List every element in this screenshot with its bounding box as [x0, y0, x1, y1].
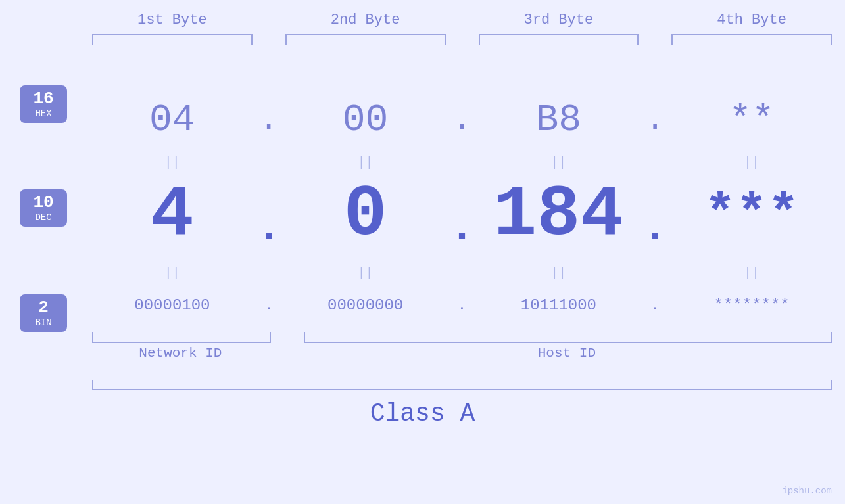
hex-val-4: **: [671, 99, 832, 141]
full-bracket-line: [92, 380, 832, 390]
dec-val-1: 4: [92, 179, 253, 251]
bin-dot-3: .: [639, 296, 671, 314]
dec-dot-2: .: [446, 177, 479, 252]
eq2-1: ||: [92, 265, 253, 281]
byte2-label: 2nd Byte: [285, 12, 446, 28]
id-labels: Network ID Host ID: [92, 346, 832, 361]
dec-values-row: 4 . 0 . 184 . ***: [92, 172, 832, 258]
dec-dot-3: .: [639, 177, 671, 252]
dec-val-2: 0: [285, 179, 446, 251]
bin-dot-2: .: [446, 296, 479, 314]
bracket-bottom-host: [304, 332, 832, 343]
class-label: Class A: [0, 400, 845, 428]
bin-val-2: 00000000: [285, 296, 446, 314]
bin-values-row: 00000100 . 00000000 . 10111000 . *******…: [92, 284, 832, 327]
badge-bin: 2 BIN: [20, 294, 67, 332]
bracket-top-4: [671, 34, 832, 45]
eq-4: ||: [671, 155, 832, 170]
watermark: ipshu.com: [782, 486, 832, 496]
host-id-label: Host ID: [302, 346, 832, 361]
badge-hex: 16 HEX: [20, 85, 67, 123]
bin-val-4: ********: [671, 296, 832, 314]
badge-bin-label: BIN: [25, 317, 62, 328]
full-bracket: [92, 380, 832, 392]
eq-row-2: || || || ||: [92, 263, 832, 283]
byte-labels-row: 1st Byte 2nd Byte 3rd Byte 4th Byte: [92, 12, 832, 28]
byte1-label: 1st Byte: [92, 12, 253, 28]
hex-dot-3: .: [639, 103, 671, 138]
badge-hex-number: 16: [25, 89, 62, 108]
byte3-label: 3rd Byte: [479, 12, 639, 28]
hex-dot-2: .: [446, 103, 479, 138]
bin-dot-1: .: [253, 296, 285, 314]
hex-dot-1: .: [253, 103, 285, 138]
hex-val-2: 00: [285, 99, 446, 141]
bracket-bottom-host-container: [304, 332, 832, 344]
dec-val-3: 184: [479, 179, 639, 251]
eq-row-1: || || || ||: [92, 152, 832, 172]
byte4-label: 4th Byte: [671, 12, 832, 28]
eq2-4: ||: [671, 265, 832, 281]
bracket-top-1: [92, 34, 253, 45]
bin-val-3: 10111000: [479, 296, 639, 314]
bracket-bottom-net: [92, 332, 271, 343]
eq-2: ||: [285, 155, 446, 170]
eq2-2: ||: [285, 265, 446, 281]
bottom-brackets-net-host: [92, 332, 832, 344]
eq-1: ||: [92, 155, 253, 170]
eq2-3: ||: [479, 265, 639, 281]
network-id-label: Network ID: [92, 346, 269, 361]
bin-val-1: 00000100: [92, 296, 253, 314]
badge-dec-number: 10: [25, 193, 62, 212]
page: 1st Byte 2nd Byte 3rd Byte 4th Byte 16 H…: [0, 0, 845, 504]
bracket-top-2: [285, 34, 446, 45]
hex-values-row: 04 . 00 . B8 . **: [92, 92, 832, 148]
top-brackets: [92, 34, 832, 46]
eq-3: ||: [479, 155, 639, 170]
hex-val-3: B8: [479, 99, 639, 141]
badge-dec-label: DEC: [25, 212, 62, 223]
hex-val-1: 04: [92, 99, 253, 141]
badge-bin-number: 2: [25, 298, 62, 317]
bracket-top-3: [479, 34, 639, 45]
dec-val-4: ***: [671, 189, 832, 241]
badge-hex-label: HEX: [25, 108, 62, 119]
badge-dec: 10 DEC: [20, 189, 67, 227]
dec-dot-1: .: [253, 177, 285, 252]
